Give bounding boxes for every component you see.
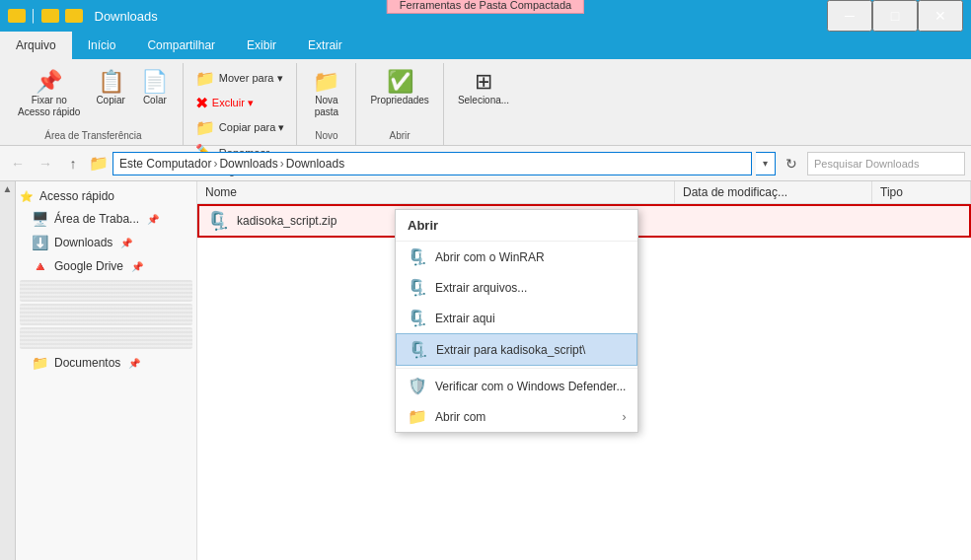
cm-item-extrair-aqui[interactable]: 🗜️ Extrair aqui: [396, 303, 637, 333]
cm-header: Abrir: [396, 210, 637, 242]
cm-item-extrair-para[interactable]: 🗜️ Extrair para kadisoka_script\: [396, 333, 637, 366]
cm-item-abrir-com[interactable]: 📁 Abrir com ›: [396, 401, 637, 432]
ribbon-organizar-items: 📁 Mover para ▾ ✖ Excluir ▾ 📁 Copiar para…: [191, 63, 289, 164]
downloads-icon: ⬇️: [32, 235, 48, 250]
close-button[interactable]: ✕: [918, 0, 963, 32]
tb-icon-yellow2: [41, 9, 59, 23]
sidebar-item-area-trabalho[interactable]: 🖥️ Área de Traba... 📌: [16, 207, 196, 231]
copy-to-icon: 📁: [195, 118, 215, 137]
search-placeholder: Pesquisar Downloads: [814, 158, 919, 170]
cm-label-extrair-para: Extrair para kadisoka_script\: [436, 343, 585, 357]
path-sep-1: ›: [213, 157, 217, 171]
up-button[interactable]: ↑: [61, 152, 85, 175]
tb-icon-yellow: [8, 9, 26, 23]
ribbon: 📌 Fixar noAcesso rápido 📋 Copiar 📄 Colar…: [0, 59, 971, 146]
ribbon-group-transferencia: 📌 Fixar noAcesso rápido 📋 Copiar 📄 Colar…: [4, 63, 184, 145]
cm-label-defender: Verificar com o Windows Defender...: [435, 380, 626, 393]
col-header-nome[interactable]: Nome: [197, 181, 675, 203]
title-bar-controls: ─ □ ✕: [827, 0, 963, 32]
excluir-label: Excluir ▾: [212, 97, 254, 109]
tab-inicio[interactable]: Início: [72, 32, 132, 59]
cm-item-defender[interactable]: 🛡️ Verificar com o Windows Defender...: [396, 371, 637, 401]
ribbon-btn-excluir[interactable]: ✖ Excluir ▾: [191, 92, 289, 114]
cm-item-winrar[interactable]: 🗜️ Abrir com o WinRAR: [396, 242, 637, 272]
ribbon-btn-mover[interactable]: 📁 Mover para ▾: [191, 67, 289, 90]
search-box[interactable]: Pesquisar Downloads: [807, 152, 965, 175]
sidebar-label-docs: Documentos: [54, 356, 120, 370]
pin-icon-desktop: 📌: [147, 214, 159, 225]
maximize-button[interactable]: □: [872, 0, 918, 32]
extract-files-icon: 🗜️: [408, 278, 427, 297]
file-list: Nome Data de modificaç... Tipo 🗜️ kadiso…: [197, 181, 971, 560]
context-menu: Abrir 🗜️ Abrir com o WinRAR 🗜️ Extrair a…: [395, 209, 638, 433]
propriedades-label: Propriedades: [370, 95, 428, 105]
ribbon-group-items: 📌 Fixar noAcesso rápido 📋 Copiar 📄 Colar: [12, 63, 175, 128]
ribbon-novo-items: 📁 Novapasta: [307, 63, 346, 128]
select-icon: ⊞: [475, 71, 492, 93]
ribbon-group-selecionar: ⊞ Seleciona...: [444, 63, 523, 145]
refresh-button[interactable]: ↻: [780, 152, 803, 175]
sidebar-blur-3: [20, 327, 192, 349]
cm-item-extrair-arquivos[interactable]: 🗜️ Extrair arquivos...: [396, 272, 637, 303]
cm-divider: [396, 368, 637, 369]
cm-label-winrar: Abrir com o WinRAR: [435, 250, 545, 264]
path-sep-2: ›: [280, 157, 284, 171]
star-icon: ⭐: [20, 190, 34, 203]
minimize-button[interactable]: ─: [827, 0, 872, 32]
ribbon-group-novo: 📁 Novapasta Novo: [297, 63, 356, 145]
title-bar-icons: │: [8, 9, 83, 23]
sidebar-label-acesso: Acesso rápido: [39, 189, 114, 203]
tab-arquivo[interactable]: Arquivo: [0, 32, 72, 59]
desktop-icon: 🖥️: [32, 211, 48, 227]
path-part-downloads2: Downloads: [286, 157, 344, 171]
sidebar-scroll-up[interactable]: ▲: [0, 181, 16, 560]
path-part-downloads1: Downloads: [219, 157, 277, 171]
cm-label-extrair-aqui: Extrair aqui: [435, 312, 495, 325]
cm-label-extrair-arquivos: Extrair arquivos...: [435, 281, 527, 295]
tab-extrair[interactable]: Extrair: [292, 32, 358, 59]
address-dropdown[interactable]: ▾: [756, 152, 776, 175]
ribbon-btn-copiar-para[interactable]: 📁 Copiar para ▾: [191, 116, 289, 139]
ribbon-tabs: Arquivo Início Compartilhar Exibir Extra…: [0, 32, 971, 59]
address-path[interactable]: Este Computador › Downloads › Downloads: [112, 152, 752, 175]
ribbon-btn-colar[interactable]: 📄 Colar: [135, 67, 175, 109]
colar-label: Colar: [143, 95, 167, 105]
path-part-computer: Este Computador: [119, 157, 211, 171]
tab-compartilhar[interactable]: Compartilhar: [131, 32, 231, 59]
tab-exibir[interactable]: Exibir: [231, 32, 292, 59]
sidebar-item-acesso-rapido[interactable]: ⭐ Acesso rápido: [16, 185, 196, 207]
fixar-label: Fixar noAcesso rápido: [18, 95, 80, 118]
ribbon-group-abrir: ✅ Propriedades Abrir: [356, 63, 443, 145]
sidebar-blur-2: [20, 304, 192, 325]
ribbon-col-left: 📁 Mover para ▾ ✖ Excluir ▾ 📁 Copiar para…: [191, 67, 289, 164]
extract-to-icon: 🗜️: [409, 340, 428, 359]
col-header-type[interactable]: Tipo: [872, 181, 971, 203]
sidebar-content: ⭐ Acesso rápido 🖥️ Área de Traba... 📌 ⬇️…: [0, 185, 196, 375]
docs-icon: 📁: [32, 355, 48, 371]
sidebar-blur-1: [20, 280, 192, 302]
delete-icon: ✖: [195, 94, 208, 112]
ribbon-btn-fixar[interactable]: 📌 Fixar noAcesso rápido: [12, 67, 86, 122]
new-folder-icon: 📁: [313, 71, 339, 93]
zip-icon: 🗜️: [207, 210, 229, 232]
sidebar-item-google-drive[interactable]: 🔺 Google Drive 📌: [16, 254, 196, 278]
sidebar-item-downloads[interactable]: ⬇️ Downloads 📌: [16, 231, 196, 254]
ribbon-btn-nova-pasta[interactable]: 📁 Novapasta: [307, 67, 346, 122]
ribbon-btn-selecionar[interactable]: ⊞ Seleciona...: [452, 67, 515, 109]
open-with-icon: 📁: [408, 407, 427, 426]
forward-button[interactable]: →: [34, 152, 57, 175]
paste-icon: 📄: [141, 71, 168, 93]
ribbon-group-label-novo: Novo: [315, 128, 337, 141]
cm-label-abrir-com: Abrir com: [435, 410, 486, 424]
ribbon-abrir-items: ✅ Propriedades: [364, 63, 434, 128]
main-area: ▲ ⭐ Acesso rápido 🖥️ Área de Traba... 📌 …: [0, 181, 971, 560]
tb-icon-yellow3: [65, 9, 83, 23]
back-button[interactable]: ←: [6, 152, 30, 175]
sidebar-item-documentos[interactable]: 📁 Documentos 📌: [16, 351, 196, 375]
ribbon-btn-propriedades[interactable]: ✅ Propriedades: [364, 67, 434, 109]
ribbon-btn-copiar[interactable]: 📋 Copiar: [90, 67, 130, 109]
copiar-para-label: Copiar para ▾: [219, 121, 285, 134]
col-header-date[interactable]: Data de modificaç...: [675, 181, 872, 203]
drive-icon: 🔺: [32, 258, 48, 274]
sidebar-label-downloads: Downloads: [54, 236, 112, 249]
